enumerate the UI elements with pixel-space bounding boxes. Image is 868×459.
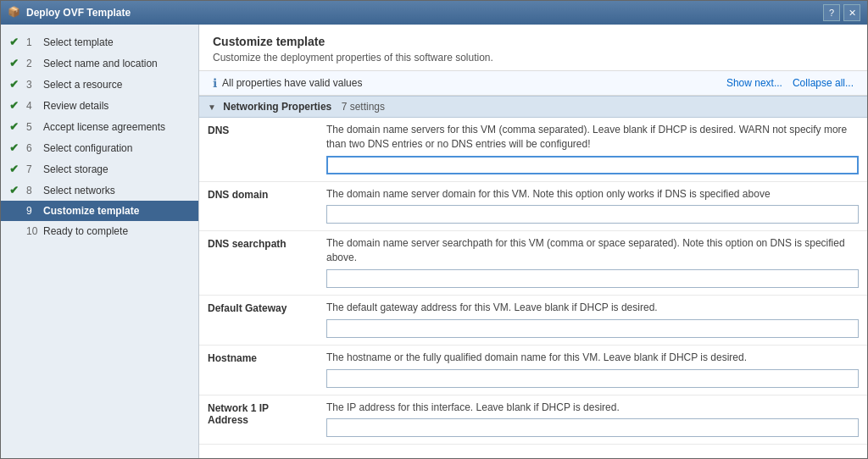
prop-input-4[interactable] — [326, 369, 859, 388]
check-icon: ✔ — [9, 99, 21, 112]
main-subtitle: Customize the deployment properties of t… — [213, 52, 854, 64]
sidebar-item-7[interactable]: ✔ 7 Select storage — [1, 158, 198, 180]
sidebar-item-label: Select a resource — [43, 79, 122, 91]
deploy-ovf-window: 📦 Deploy OVF Template ? ✕ ✔ 1 Select tem… — [0, 0, 868, 459]
sidebar-item-label: Select name and location — [43, 58, 158, 69]
prop-input-5[interactable] — [326, 418, 859, 437]
sidebar-item-10[interactable]: 10 Ready to complete — [1, 221, 198, 241]
sidebar-item-label: Select template — [43, 36, 114, 48]
sidebar-item-label: Customize template — [43, 205, 139, 217]
section-label: Networking Properties — [223, 101, 331, 113]
prop-input-2[interactable] — [326, 269, 859, 288]
prop-content-3: The default gateway address for this VM.… — [318, 295, 867, 345]
step-number: 8 — [26, 185, 38, 196]
show-next-link[interactable]: Show next... — [726, 77, 782, 89]
prop-input-1[interactable] — [326, 205, 859, 224]
prop-input-3[interactable] — [326, 319, 859, 338]
prop-desc-1: The domain name server domain for this V… — [326, 187, 859, 202]
sidebar-item-5[interactable]: ✔ 5 Accept license agreements — [1, 116, 198, 137]
info-message: All properties have valid values — [222, 77, 362, 89]
sidebar-item-label: Review details — [43, 100, 108, 112]
section-header-row[interactable]: ▼ Networking Properties 7 settings — [199, 97, 867, 118]
check-icon: ✔ — [9, 163, 21, 175]
sidebar-item-4[interactable]: ✔ 4 Review details — [1, 95, 198, 116]
app-icon: 📦 — [8, 6, 21, 19]
prop-content-0: The domain name servers for this VM (com… — [318, 118, 867, 182]
property-row-1: DNS domain The domain name server domain… — [199, 181, 867, 231]
property-row-3: Default Gateway The default gateway addr… — [199, 295, 867, 345]
info-icon: ℹ — [213, 76, 217, 90]
titlebar: 📦 Deploy OVF Template ? ✕ — [1, 1, 867, 25]
prop-name-1: DNS domain — [199, 181, 318, 231]
check-icon: ✔ — [9, 78, 21, 91]
step-number: 5 — [26, 121, 38, 133]
info-bar-right: Show next... Collapse all... — [726, 77, 854, 89]
sidebar-item-6[interactable]: ✔ 6 Select configuration — [1, 137, 198, 158]
properties-table: ▼ Networking Properties 7 settings DNS T… — [199, 96, 867, 445]
prop-name-2: DNS searchpath — [199, 231, 318, 296]
prop-input-0[interactable] — [326, 156, 859, 174]
sidebar-item-label: Select configuration — [43, 142, 132, 154]
main-panel: Customize template Customize the deploym… — [199, 25, 867, 458]
check-icon: ✔ — [9, 184, 21, 196]
collapse-all-link[interactable]: Collapse all... — [793, 77, 854, 89]
info-bar: ℹ All properties have valid values Show … — [199, 71, 867, 96]
sidebar-item-label: Select storage — [43, 163, 108, 175]
titlebar-right: ? ✕ — [823, 4, 860, 21]
prop-name-0: DNS — [199, 118, 318, 182]
prop-name-4: Hostname — [199, 345, 318, 395]
step-number: 1 — [26, 36, 38, 48]
prop-desc-4: The hostname or the fully qualified doma… — [326, 351, 859, 365]
prop-name-5: Network 1 IP Address — [199, 395, 318, 445]
check-icon: ✔ — [9, 36, 21, 48]
sidebar-item-9[interactable]: 9 Customize template — [1, 201, 198, 221]
help-button[interactable]: ? — [823, 4, 840, 21]
collapse-triangle-icon: ▼ — [208, 102, 216, 112]
sidebar: ✔ 1 Select template ✔ 2 Select name and … — [1, 25, 199, 458]
settings-count: 7 settings — [342, 101, 385, 113]
properties-table-area[interactable]: ▼ Networking Properties 7 settings DNS T… — [199, 96, 867, 458]
prop-content-4: The hostname or the fully qualified doma… — [318, 345, 867, 395]
property-row-0: DNS The domain name servers for this VM … — [199, 118, 867, 182]
step-number: 3 — [26, 79, 38, 91]
property-row-4: Hostname The hostname or the fully quali… — [199, 345, 867, 395]
main-header: Customize template Customize the deploym… — [199, 25, 867, 71]
prop-desc-0: The domain name servers for this VM (com… — [326, 123, 859, 152]
step-number: 4 — [26, 100, 38, 112]
step-number: 6 — [26, 142, 38, 154]
sidebar-item-1[interactable]: ✔ 1 Select template — [1, 31, 198, 53]
prop-name-3: Default Gateway — [199, 295, 318, 345]
titlebar-left: 📦 Deploy OVF Template — [8, 6, 131, 19]
prop-desc-2: The domain name server searchpath for th… — [326, 236, 859, 265]
close-button[interactable]: ✕ — [843, 4, 860, 21]
step-number: 9 — [26, 205, 38, 217]
check-icon: ✔ — [9, 141, 21, 154]
property-row-2: DNS searchpath The domain name server se… — [199, 231, 867, 296]
sidebar-item-label: Ready to complete — [43, 225, 128, 237]
check-icon: ✔ — [9, 120, 21, 133]
step-number: 7 — [26, 163, 38, 175]
prop-content-2: The domain name server searchpath for th… — [318, 231, 867, 296]
window-title: Deploy OVF Template — [26, 7, 131, 19]
main-title: Customize template — [213, 35, 854, 48]
sidebar-item-2[interactable]: ✔ 2 Select name and location — [1, 53, 198, 74]
prop-content-5: The IP address for this interface. Leave… — [318, 395, 867, 445]
sidebar-item-8[interactable]: ✔ 8 Select networks — [1, 180, 198, 201]
sidebar-item-3[interactable]: ✔ 3 Select a resource — [1, 74, 198, 95]
prop-desc-5: The IP address for this interface. Leave… — [326, 401, 859, 415]
info-bar-left: ℹ All properties have valid values — [213, 76, 362, 90]
sidebar-item-label: Accept license agreements — [43, 121, 165, 133]
check-icon: ✔ — [9, 57, 21, 69]
step-number: 2 — [26, 58, 38, 69]
content-area: ✔ 1 Select template ✔ 2 Select name and … — [1, 25, 867, 458]
prop-desc-3: The default gateway address for this VM.… — [326, 301, 859, 315]
property-row-5: Network 1 IP Address The IP address for … — [199, 395, 867, 445]
sidebar-item-label: Select networks — [43, 185, 115, 196]
step-number: 10 — [26, 225, 38, 237]
prop-content-1: The domain name server domain for this V… — [318, 181, 867, 231]
